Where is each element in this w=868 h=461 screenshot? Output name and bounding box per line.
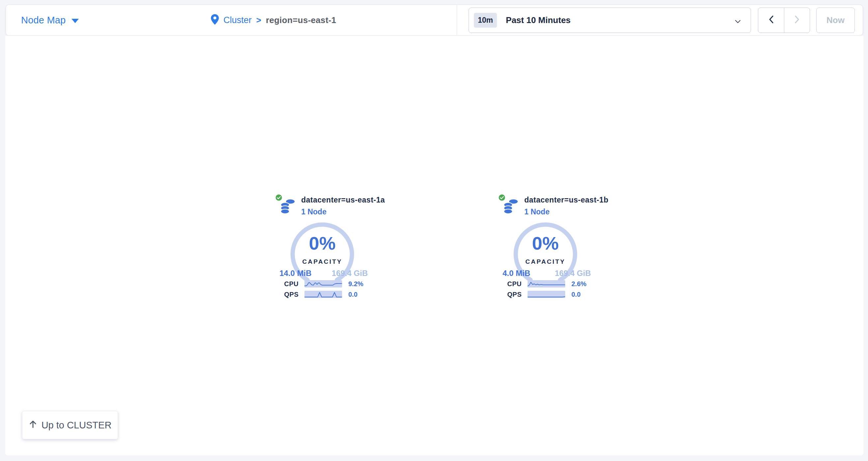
qps-metric-row: QPS 0.0 bbox=[493, 290, 598, 298]
qps-value: 0.0 bbox=[571, 291, 581, 298]
time-step-buttons bbox=[758, 7, 810, 33]
header-left-section: Node Map Cluster > region=us-east-1 bbox=[6, 5, 457, 35]
cpu-value: 9.2% bbox=[348, 280, 364, 288]
caret-down-icon bbox=[71, 19, 79, 23]
breadcrumb: Cluster > region=us-east-1 bbox=[211, 5, 336, 35]
capacity-used: 4.0 MiB bbox=[502, 269, 530, 278]
qps-label: QPS bbox=[493, 291, 522, 298]
locality-node-count: 1 Node bbox=[301, 207, 327, 216]
breadcrumb-current: region=us-east-1 bbox=[266, 15, 337, 25]
chevron-down-icon bbox=[735, 19, 741, 25]
cpu-metric-row: CPU 9.2% bbox=[270, 280, 375, 288]
time-range-badge: 10m bbox=[474, 13, 497, 28]
capacity-values: 4.0 MiB 169.4 GiB bbox=[502, 269, 591, 278]
qps-sparkline bbox=[305, 291, 342, 298]
time-next-button[interactable] bbox=[784, 8, 810, 33]
cpu-metric-row: CPU 2.6% bbox=[493, 280, 598, 288]
qps-sparkline-path bbox=[305, 292, 342, 297]
qps-value: 0.0 bbox=[348, 291, 358, 298]
capacity-values: 14.0 MiB 169.4 GiB bbox=[279, 269, 368, 278]
chevron-left-icon bbox=[769, 15, 774, 25]
check-circle-icon bbox=[498, 194, 506, 203]
locality-card-us-east-1a[interactable]: datacenter=us-east-1a 1 Node 0% CAPACITY… bbox=[270, 194, 375, 302]
breadcrumb-separator: > bbox=[256, 15, 261, 25]
locality-title: datacenter=us-east-1a bbox=[301, 196, 385, 204]
arrow-up-icon bbox=[29, 420, 37, 431]
view-selector-dropdown[interactable]: Node Map bbox=[21, 5, 79, 35]
view-selector-label[interactable]: Node Map bbox=[21, 15, 66, 26]
capacity-used: 14.0 MiB bbox=[279, 269, 311, 278]
time-range-dropdown[interactable]: 10m Past 10 Minutes bbox=[469, 7, 751, 33]
header-time-section: 10m Past 10 Minutes bbox=[457, 5, 863, 35]
cpu-sparkline bbox=[528, 280, 565, 288]
location-pin-icon bbox=[211, 14, 219, 26]
cpu-sparkline-path bbox=[528, 282, 565, 286]
capacity-caption: CAPACITY bbox=[513, 258, 578, 265]
node-map-canvas: datacenter=us-east-1a 1 Node 0% CAPACITY… bbox=[5, 36, 863, 455]
cpu-label: CPU bbox=[270, 280, 299, 288]
cpu-sparkline bbox=[305, 280, 342, 288]
cpu-label: CPU bbox=[493, 280, 522, 288]
node-map-page: Node Map Cluster > region=us-east-1 10m … bbox=[0, 0, 868, 461]
header-bar: Node Map Cluster > region=us-east-1 10m … bbox=[6, 5, 863, 36]
breadcrumb-cluster-link[interactable]: Cluster bbox=[223, 15, 252, 25]
capacity-percent: 0% bbox=[289, 232, 355, 254]
locality-node-count: 1 Node bbox=[524, 207, 550, 216]
up-to-cluster-button[interactable]: Up to CLUSTER bbox=[22, 411, 118, 439]
chevron-right-icon bbox=[795, 15, 800, 25]
time-range-label: Past 10 Minutes bbox=[506, 15, 571, 25]
cpu-value: 2.6% bbox=[571, 280, 587, 288]
up-to-cluster-label: Up to CLUSTER bbox=[41, 420, 112, 431]
capacity-percent: 0% bbox=[513, 232, 578, 254]
capacity-caption: CAPACITY bbox=[289, 258, 355, 265]
qps-sparkline bbox=[528, 291, 565, 298]
now-button[interactable]: Now bbox=[816, 7, 855, 33]
qps-sparkline-path bbox=[528, 297, 565, 297]
cpu-sparkline-path bbox=[305, 283, 342, 286]
capacity-total: 169.4 GiB bbox=[332, 269, 368, 278]
qps-metric-row: QPS 0.0 bbox=[270, 290, 375, 298]
locality-card-us-east-1b[interactable]: datacenter=us-east-1b 1 Node 0% CAPACITY… bbox=[493, 194, 598, 302]
time-prev-button[interactable] bbox=[758, 8, 784, 33]
locality-title: datacenter=us-east-1b bbox=[524, 196, 608, 204]
qps-label: QPS bbox=[270, 291, 299, 298]
capacity-total: 169.4 GiB bbox=[555, 269, 591, 278]
check-circle-icon bbox=[275, 194, 283, 203]
